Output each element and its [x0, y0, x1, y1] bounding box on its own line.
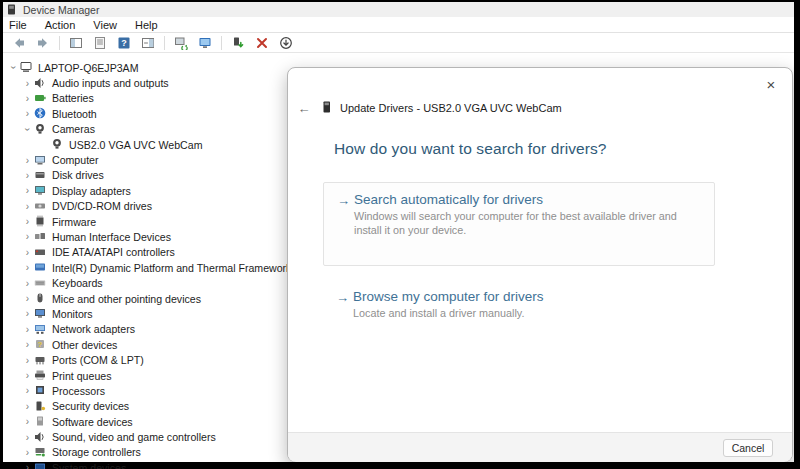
option-browse-computer[interactable]: → Browse my computer for drivers Locate … [323, 280, 743, 321]
action-pane-icon[interactable] [140, 35, 156, 51]
menu-bar: FileActionViewHelp [3, 17, 794, 33]
menu-view[interactable]: View [84, 19, 126, 31]
properties-icon[interactable] [92, 35, 108, 51]
network-icon [34, 323, 47, 336]
chevron-right-icon[interactable]: › [21, 370, 34, 381]
chevron-right-icon[interactable]: › [21, 355, 34, 366]
intel-icon [34, 261, 47, 274]
chevron-right-icon[interactable]: › [21, 216, 34, 227]
toolbar-separator [164, 36, 165, 50]
window-title: Device Manager [23, 4, 99, 16]
tree-item-label: Network adapters [52, 323, 135, 335]
software-icon [34, 415, 47, 428]
tree-item-label: USB2.0 VGA UVC WebCam [69, 139, 202, 151]
chevron-right-icon[interactable]: › [21, 78, 34, 89]
security-icon [34, 400, 47, 413]
chevron-right-icon[interactable]: › [21, 447, 34, 458]
tree-item-label: Ports (COM & LPT) [52, 354, 144, 366]
chevron-right-icon[interactable]: › [21, 262, 34, 273]
tree-item-label: Keyboards [52, 277, 103, 289]
tree-item-label: Disk drives [52, 169, 104, 181]
tree-item-label: Processors [52, 385, 105, 397]
chevron-right-icon[interactable]: › [21, 155, 34, 166]
tree-item-label: Security devices [52, 400, 129, 412]
toolbar: ? [3, 33, 794, 53]
option-description: Locate and install a driver manually. [353, 307, 544, 321]
help-icon[interactable]: ? [116, 35, 132, 51]
chevron-right-icon[interactable]: › [21, 401, 34, 412]
chevron-right-icon[interactable]: › [21, 416, 34, 427]
chevron-right-icon[interactable]: › [21, 247, 34, 258]
computer-display-icon[interactable] [197, 35, 213, 51]
option-search-automatically[interactable]: → Search automatically for drivers Windo… [323, 182, 715, 266]
option-title[interactable]: Search automatically for drivers [354, 192, 704, 207]
back-icon[interactable]: ← [296, 101, 312, 116]
chevron-down-icon[interactable]: › [8, 61, 19, 74]
chevron-right-icon[interactable]: › [21, 385, 34, 396]
chevron-right-icon[interactable]: › [21, 231, 34, 242]
disk-icon [34, 169, 47, 182]
option-title[interactable]: Browse my computer for drivers [353, 289, 544, 304]
processor-icon [34, 384, 47, 397]
dialog-heading: How do you want to search for drivers? [334, 140, 607, 158]
device-manager-app-icon [7, 4, 17, 16]
laptop-icon [20, 61, 33, 74]
mouse-icon [34, 292, 47, 305]
chevron-right-icon[interactable]: › [21, 293, 34, 304]
chevron-right-icon[interactable]: › [21, 201, 34, 212]
camera-icon [51, 138, 64, 151]
cancel-button[interactable]: Cancel [723, 439, 773, 457]
tree-item-label: System devices [52, 462, 126, 469]
menu-help[interactable]: Help [126, 19, 167, 31]
arrow-right-icon: → [337, 192, 354, 237]
tree-item-label: Batteries [52, 92, 94, 104]
update-drivers-dialog: × ← Update Drivers - USB2.0 VGA UVC WebC… [287, 67, 793, 462]
uninstall-device-icon[interactable] [254, 35, 270, 51]
ports-icon [34, 354, 47, 367]
chevron-right-icon[interactable]: › [21, 339, 34, 350]
chevron-right-icon[interactable]: › [21, 324, 34, 335]
option-description: Windows will search your computer for th… [354, 210, 704, 237]
menu-action[interactable]: Action [36, 19, 85, 31]
tree-item-label: Monitors [52, 308, 93, 320]
tree-item-label: IDE ATA/ATAPI controllers [52, 246, 175, 258]
back-icon[interactable] [11, 35, 27, 51]
scan-hardware-changes-icon[interactable] [173, 35, 189, 51]
show-hide-console-tree-icon[interactable] [68, 35, 84, 51]
disable-device-icon[interactable] [278, 35, 294, 51]
update-driver-icon[interactable] [230, 35, 246, 51]
dvd-icon [34, 200, 47, 213]
chevron-right-icon[interactable]: › [21, 108, 34, 119]
display-icon [34, 184, 47, 197]
camera-icon [34, 123, 47, 136]
driver-device-icon [322, 101, 333, 115]
system-icon [34, 461, 47, 469]
other-icon: ? [34, 338, 47, 351]
ide-icon [34, 246, 47, 259]
tree-item-label: Print queues [52, 370, 111, 382]
chevron-right-icon[interactable]: › [21, 278, 34, 289]
tree-item-label: Mice and other pointing devices [52, 293, 201, 305]
chevron-right-icon[interactable]: › [21, 170, 34, 181]
chevron-right-icon[interactable]: › [21, 462, 34, 469]
computer-icon [34, 154, 47, 167]
svg-text:?: ? [121, 38, 127, 48]
dialog-title: Update Drivers - USB2.0 VGA UVC WebCam [340, 102, 562, 114]
toolbar-separator [221, 36, 222, 50]
monitor-icon [34, 307, 47, 320]
menu-file[interactable]: File [3, 19, 36, 31]
chevron-right-icon[interactable]: › [21, 93, 34, 104]
device-manager-window: Device Manager FileActionViewHelp ? ›LAP… [3, 2, 794, 462]
chevron-right-icon[interactable]: › [21, 185, 34, 196]
chevron-right-icon[interactable]: › [21, 432, 34, 443]
firmware-icon [34, 215, 47, 228]
tree-item-label: Other devices [52, 339, 117, 351]
forward-icon[interactable] [35, 35, 51, 51]
chevron-right-icon[interactable]: › [21, 308, 34, 319]
tree-item-label: Bluetooth [52, 108, 97, 120]
bluetooth-icon [34, 107, 47, 120]
close-icon[interactable]: × [762, 76, 780, 94]
tree-item-label: Cameras [52, 123, 95, 135]
chevron-down-icon[interactable]: › [22, 123, 33, 136]
toolbar-separator [59, 36, 60, 50]
